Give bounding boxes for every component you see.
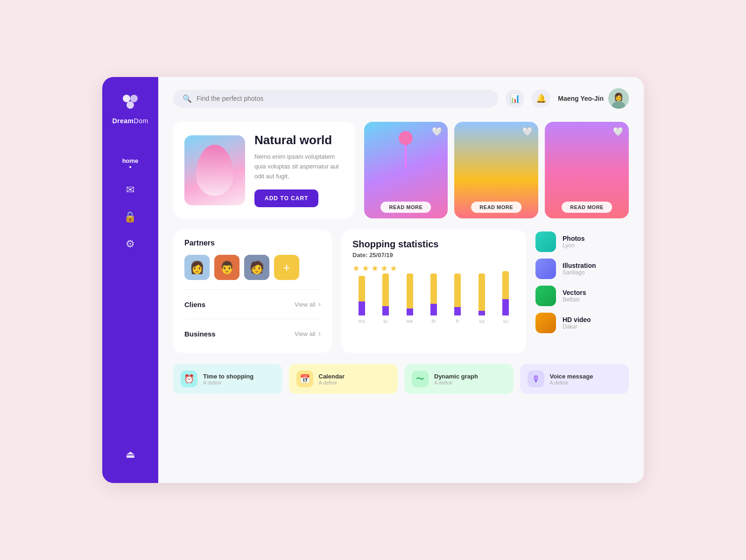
widget-info-0: Time to shoppingA definir — [203, 373, 253, 385]
logo-bold: Dream — [112, 117, 134, 125]
hero-content: Natural world Nemo enim ipsam voluptatem… — [254, 133, 344, 207]
svg-point-2 — [127, 101, 134, 109]
bar-yellow-su — [502, 271, 509, 299]
divider-2 — [184, 319, 321, 319]
bar-group-th: th — [424, 273, 443, 324]
read-more-btn-2[interactable]: READ MORE — [471, 202, 521, 213]
widget-time-to-shopping[interactable]: ⏰Time to shoppingA definir — [173, 364, 282, 394]
svg-text:👨: 👨 — [219, 260, 235, 275]
stats-date: Date: 25/07/19 — [352, 252, 515, 259]
partners-card: Partners 👩 👨 — [173, 230, 332, 353]
chart-icon-btn[interactable]: 📊 — [506, 89, 524, 108]
photo-card-2[interactable]: 🤍 READ MORE — [454, 122, 538, 218]
bar-label-su: su — [503, 318, 508, 324]
bar-purple-fr — [454, 307, 461, 315]
header: 🔍 📊 🔔 Maeng Yeo-Jin — [173, 88, 629, 109]
bar-group-fr: fr — [449, 273, 467, 324]
lamp-decoration — [396, 131, 415, 173]
logo-text: DreamDom — [112, 117, 148, 125]
widget-info-3: Voice messageA definir — [550, 373, 593, 385]
widget-dynamic-graph[interactable]: 〜Dynamic graphA definir — [404, 364, 514, 394]
business-row[interactable]: Business View all › — [184, 324, 321, 343]
cat-icon-photos — [535, 231, 556, 252]
chart: motuwethfrsasu — [352, 281, 515, 328]
search-bar[interactable]: 🔍 — [173, 90, 498, 108]
bar-yellow-mo — [359, 276, 365, 301]
cat-name-photos: Photos — [563, 235, 584, 242]
clients-label: Cliens — [184, 301, 205, 308]
svg-text:🧑: 🧑 — [249, 260, 265, 275]
heart-icon-3[interactable]: 🤍 — [613, 126, 623, 137]
bar-purple-th — [430, 304, 437, 315]
stars: ★ ★ ★ ★ ★ — [352, 263, 515, 273]
add-to-cart-button[interactable]: ADD TO CART — [254, 189, 318, 207]
category-item-hd video[interactable]: HD videoDakar — [535, 313, 629, 333]
user-avatar: 👩 — [608, 88, 629, 109]
sidebar: DreamDom home ✉ 🔒 ⚙ ⏏ — [102, 77, 158, 483]
bar-label-th: th — [431, 318, 436, 324]
stats-title: Shopping statistics — [352, 239, 515, 250]
category-item-illustration[interactable]: IllustrationSantiago — [535, 259, 629, 279]
clients-arrow-icon: › — [318, 300, 321, 308]
bar-yellow-th — [430, 273, 437, 304]
notification-icon-btn[interactable]: 🔔 — [532, 89, 550, 108]
search-input[interactable] — [197, 95, 489, 102]
sidebar-item-mail[interactable]: ✉ — [126, 185, 134, 195]
logo-regular: Dom — [134, 117, 148, 125]
bar-yellow-sa — [479, 273, 485, 311]
category-item-photos[interactable]: PhotosLyon — [535, 231, 629, 252]
hero-title: Natural world — [254, 133, 344, 147]
clients-row[interactable]: Cliens View all › — [184, 294, 321, 314]
widget-sub-2: A definir — [434, 380, 478, 385]
add-partner-button[interactable]: + — [274, 255, 299, 280]
sidebar-item-logout[interactable]: ⏏ — [126, 449, 135, 460]
cat-location-illustration: Santiago — [563, 269, 596, 276]
widget-title-0: Time to shopping — [203, 373, 253, 380]
heart-icon-2[interactable]: 🤍 — [522, 126, 533, 137]
business-label: Business — [184, 330, 216, 338]
cat-icon-vectors — [535, 286, 556, 306]
photo-cards: 🤍 READ MORE 🤍 READ MORE 🤍 READ MORE — [364, 122, 629, 218]
sidebar-item-home[interactable]: home — [122, 157, 139, 168]
cat-location-vectors: Belfast — [563, 296, 586, 303]
sidebar-item-settings[interactable]: ⚙ — [126, 239, 135, 249]
cat-info-vectors: VectorsBelfast — [563, 289, 586, 303]
star-3: ★ — [371, 263, 379, 273]
read-more-btn-3[interactable]: READ MORE — [562, 202, 612, 213]
cat-info-photos: PhotosLyon — [563, 235, 584, 249]
bar-label-sa: sa — [479, 318, 485, 324]
bar-purple-mo — [359, 301, 365, 315]
lock-icon: 🔒 — [124, 212, 136, 222]
cat-name-vectors: Vectors — [563, 289, 586, 296]
categories-card: PhotosLyonIllustrationSantiagoVectorsBel… — [535, 230, 629, 353]
app-container: DreamDom home ✉ 🔒 ⚙ ⏏ — [102, 77, 644, 483]
user-info[interactable]: Maeng Yeo-Jin 👩 — [558, 88, 629, 109]
heart-icon-1[interactable]: 🤍 — [432, 126, 442, 137]
sidebar-bottom: ⏏ — [126, 449, 135, 469]
bar-stack-th — [424, 273, 443, 315]
bar-group-we: we — [401, 273, 419, 324]
business-action[interactable]: View all › — [295, 329, 321, 338]
logo-icon — [119, 91, 141, 113]
sidebar-logo: DreamDom — [112, 91, 148, 125]
business-view-all: View all — [295, 330, 316, 337]
photo-card-3[interactable]: 🤍 READ MORE — [545, 122, 629, 218]
widget-sub-3: A definir — [550, 380, 593, 385]
bar-label-we: we — [407, 318, 413, 324]
cat-name-illustration: Illustration — [563, 262, 596, 269]
photo-card-1[interactable]: 🤍 READ MORE — [364, 122, 448, 218]
sidebar-home-label: home — [122, 157, 139, 164]
star-4: ★ — [380, 263, 388, 273]
bar-group-su: su — [497, 271, 515, 324]
svg-point-1 — [130, 95, 138, 102]
cat-icon-hd video — [535, 313, 556, 333]
read-more-btn-1[interactable]: READ MORE — [381, 202, 431, 213]
bar-label-fr: fr — [456, 318, 459, 324]
widget-title-3: Voice message — [550, 373, 593, 380]
svg-point-0 — [123, 95, 130, 102]
widget-voice-message[interactable]: 🎙Voice messageA definir — [520, 364, 629, 394]
category-item-vectors[interactable]: VectorsBelfast — [535, 286, 629, 306]
widget-calendar[interactable]: 📅CalendarA definir — [289, 364, 398, 394]
clients-action[interactable]: View all › — [295, 300, 321, 308]
sidebar-item-lock[interactable]: 🔒 — [124, 212, 136, 222]
